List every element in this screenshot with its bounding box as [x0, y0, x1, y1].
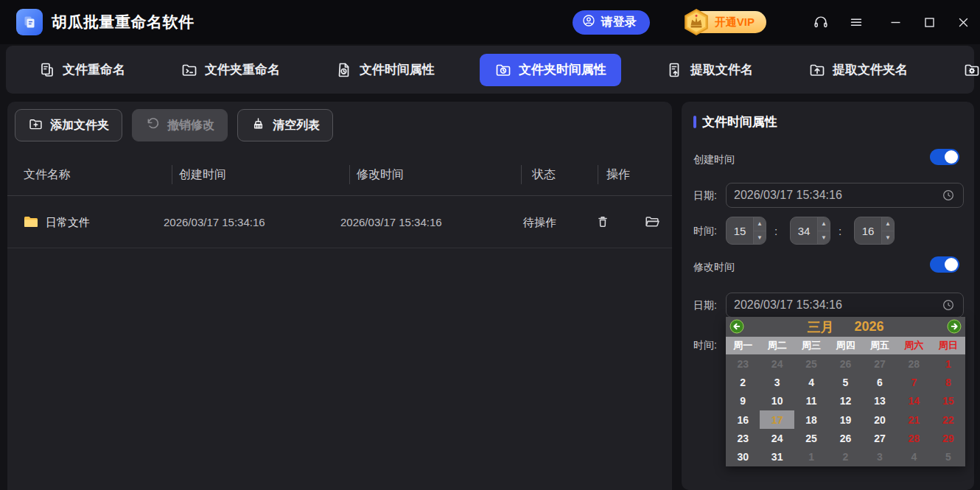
tab-folder-rename[interactable]: 文件夹重命名 [170, 55, 290, 85]
calendar-day[interactable]: 8 [931, 373, 965, 391]
modify-date-input[interactable] [726, 293, 964, 318]
calendar-day[interactable]: 27 [863, 354, 897, 373]
login-button[interactable]: 请登录 [573, 10, 650, 35]
calendar-day[interactable]: 17 [760, 410, 794, 429]
spin-up-button[interactable]: ▲ [818, 217, 830, 231]
calendar-day[interactable]: 28 [897, 429, 931, 447]
modify-time-toggle[interactable] [930, 256, 959, 273]
calendar-day[interactable]: 7 [897, 373, 931, 391]
calendar-day[interactable]: 6 [863, 373, 897, 391]
minute-spinner[interactable]: 34 ▲▼ [790, 217, 830, 245]
add-folder-icon [28, 116, 43, 135]
calendar-day[interactable]: 23 [726, 429, 760, 447]
second-spinner[interactable]: 16 ▲▼ [854, 217, 895, 245]
calendar-day[interactable]: 4 [794, 373, 828, 391]
colon: : [839, 225, 841, 237]
second-value: 16 [855, 217, 881, 244]
tab-file-rename[interactable]: 文件重命名 [28, 55, 136, 85]
tab-file-time[interactable]: 文件时间属性 [325, 55, 445, 85]
calendar-day[interactable]: 24 [760, 354, 794, 373]
vip-label: 开通VIP [715, 15, 755, 29]
calendar-day[interactable]: 30 [726, 447, 760, 466]
hour-spinner[interactable]: 15 ▲▼ [726, 217, 766, 245]
calendar-day[interactable]: 10 [760, 392, 794, 410]
calendar-day[interactable]: 15 [931, 392, 965, 410]
clock-icon[interactable] [941, 298, 956, 312]
generate-folder-icon [963, 61, 980, 79]
calendar-year[interactable]: 2026 [854, 319, 883, 335]
table-header: 文件名称 创建时间 修改时间 状态 操作 [7, 153, 672, 196]
table-row[interactable]: 日常文件2026/03/17 15:34:162026/03/17 15:34:… [7, 197, 672, 248]
calendar-day[interactable]: 1 [931, 354, 965, 373]
calendar-day[interactable]: 25 [794, 429, 828, 447]
open-folder-button[interactable] [644, 214, 660, 230]
maximize-button[interactable] [912, 0, 946, 44]
clear-list-button[interactable]: 清空列表 [237, 109, 333, 141]
calendar-day[interactable]: 29 [931, 429, 965, 447]
calendar-day[interactable]: 22 [931, 410, 965, 429]
calendar-day[interactable]: 16 [726, 410, 760, 429]
spin-up-button[interactable]: ▲ [882, 217, 894, 231]
column-divider [172, 165, 172, 184]
calendar-day[interactable]: 1 [794, 447, 828, 466]
create-date-input[interactable] [726, 183, 964, 208]
add-folder-label: 添加文件夹 [50, 118, 109, 133]
create-time-toggle[interactable] [930, 149, 959, 165]
spin-down-button[interactable]: ▼ [818, 231, 830, 245]
prev-month-button[interactable] [729, 319, 744, 334]
delete-button[interactable] [595, 214, 611, 230]
calendar-day[interactable]: 12 [828, 392, 862, 410]
clock-icon[interactable] [941, 188, 956, 203]
calendar-day[interactable]: 27 [863, 429, 897, 447]
calendar-day[interactable]: 3 [863, 447, 897, 466]
calendar-day[interactable]: 2 [726, 373, 760, 391]
tab-folder-time[interactable]: 文件夹时间属性 [480, 54, 621, 86]
add-folder-button[interactable]: 添加文件夹 [15, 109, 122, 141]
time-properties-panel: 文件时间属性 创建时间 日期: 时间: 15 ▲▼ : 34 ▲▼ : 16 ▲… [682, 102, 974, 490]
login-label: 请登录 [601, 15, 637, 30]
folder-rename-icon [181, 61, 198, 79]
calendar-day[interactable]: 26 [828, 429, 862, 447]
calendar-day[interactable]: 4 [897, 447, 931, 466]
minimize-button[interactable] [878, 0, 912, 44]
spin-up-button[interactable]: ▲ [754, 217, 766, 231]
headphones-icon[interactable] [812, 13, 830, 31]
calendar-day[interactable]: 23 [726, 354, 760, 373]
calendar-day[interactable]: 25 [794, 354, 828, 373]
undo-button[interactable]: 撤销修改 [132, 109, 228, 141]
weekday-label: 周六 [897, 337, 931, 354]
tab-extract-file-name[interactable]: 提取文件名 [656, 55, 763, 85]
spin-down-button[interactable]: ▼ [754, 231, 766, 245]
calendar-day[interactable]: 2 [828, 447, 862, 466]
calendar-day[interactable]: 5 [931, 447, 965, 466]
calendar-day[interactable]: 24 [760, 429, 794, 447]
vip-button[interactable]: 开通VIP [688, 11, 766, 33]
weekday-label: 周五 [863, 337, 897, 354]
menu-icon[interactable] [847, 13, 865, 31]
calendar-day[interactable]: 9 [726, 392, 760, 410]
file-name: 日常文件 [46, 216, 90, 230]
calendar-day[interactable]: 3 [760, 373, 794, 391]
create-time-label: 创建时间 [693, 153, 735, 167]
calendar-month[interactable]: 三月 [807, 318, 833, 336]
close-button[interactable] [946, 0, 980, 44]
calendar-day[interactable]: 11 [794, 392, 828, 410]
app-title: 胡瓜批量重命名软件 [52, 12, 195, 32]
tab-label: 文件夹时间属性 [519, 61, 606, 78]
tab-generate-folders[interactable]: 批量生成文件夹 [953, 55, 980, 85]
calendar-day[interactable]: 19 [828, 410, 862, 429]
calendar-day[interactable]: 31 [760, 447, 794, 466]
calendar-day[interactable]: 18 [794, 410, 828, 429]
weekday-label: 周二 [760, 337, 794, 354]
calendar-day[interactable]: 28 [897, 354, 931, 373]
next-month-button[interactable] [947, 319, 962, 334]
calendar-day[interactable]: 5 [828, 373, 862, 391]
spin-down-button[interactable]: ▼ [882, 231, 894, 245]
tab-extract-folder-name[interactable]: 提取文件夹名 [798, 55, 918, 85]
calendar-day[interactable]: 13 [863, 392, 897, 410]
calendar-day[interactable]: 20 [863, 410, 897, 429]
created-time: 2026/03/17 15:34:16 [164, 216, 265, 228]
calendar-day[interactable]: 14 [897, 392, 931, 410]
calendar-day[interactable]: 21 [897, 410, 931, 429]
calendar-day[interactable]: 26 [828, 354, 862, 373]
